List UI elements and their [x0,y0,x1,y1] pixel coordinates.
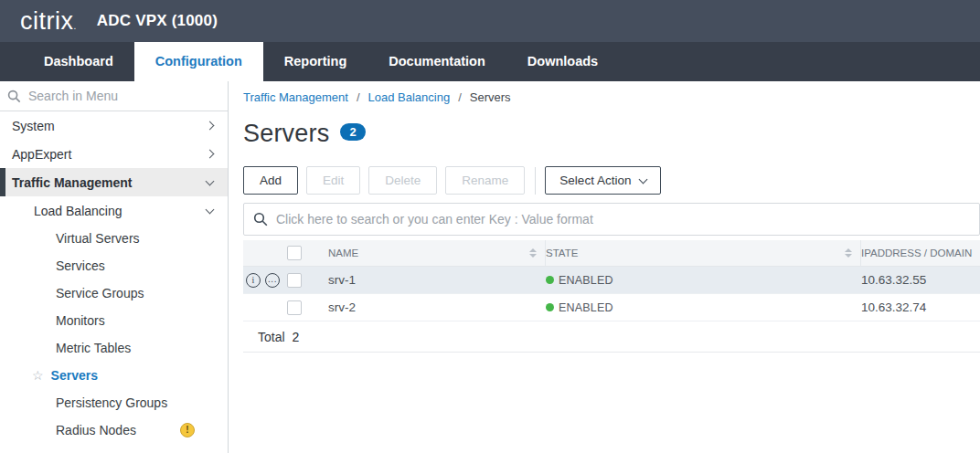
select-action-label: Select Action [559,174,631,187]
sidebar-item-label: System [12,119,207,133]
table-search-input[interactable] [276,212,970,226]
chevron-down-icon [206,205,215,214]
main-content: Traffic Management / Load Balancing / Se… [229,81,980,453]
row-checkbox[interactable] [287,273,302,288]
chevron-right-icon [206,150,215,159]
delete-button[interactable]: Delete [368,166,437,195]
edit-button[interactable]: Edit [306,166,360,195]
page-title: Servers [243,120,329,148]
servers-table: NAME STATE IPADDRESS / DOMAIN i ... [243,240,980,353]
column-label: STATE [546,248,578,258]
enabled-dot-icon [546,276,554,284]
sidebar-item-label: Virtual Servers [56,231,140,246]
sidebar-item-label: Radius Nodes [56,423,136,437]
warning-icon: ! [180,423,195,437]
cell-name: srv-2 [328,294,546,321]
sidebar-item-label: Service Groups [56,286,144,300]
sidebar-item-traffic-management[interactable]: Traffic Management [0,168,228,196]
table-search[interactable] [243,203,980,236]
citrix-logo-text: citrix [20,7,74,35]
search-icon [7,90,21,103]
table-row[interactable]: srv-2 ENABLED 10.63.32.74 [243,294,980,321]
rename-button[interactable]: Rename [445,166,525,195]
title-bar: citrix. ADC VPX (1000) [0,0,980,42]
cell-state: ENABLED [546,294,861,321]
sidebar-item-system[interactable]: System [0,111,228,140]
sidebar-item-label: Load Balancing [34,204,207,218]
tab-documentation[interactable]: Documentation [368,42,506,81]
search-icon [253,212,268,226]
ellipsis-menu-icon[interactable]: ... [265,273,280,288]
select-action-dropdown[interactable]: Select Action [545,166,661,195]
sidebar-item-monitors[interactable]: Monitors [0,307,228,334]
row-actions-cell [243,294,328,321]
breadcrumb-current: Servers [470,90,511,104]
menu-search-input[interactable] [28,89,218,103]
state-label: ENABLED [559,274,613,287]
tab-dashboard[interactable]: Dashboard [23,42,134,81]
sidebar-item-label: Monitors [56,313,105,328]
chevron-down-icon [206,176,215,185]
sidebar-item-load-balancing[interactable]: Load Balancing [0,196,228,225]
appliance-title: ADC VPX (1000) [97,12,218,30]
breadcrumb-traffic-management[interactable]: Traffic Management [243,90,348,104]
tab-downloads[interactable]: Downloads [506,42,619,81]
sidebar-item-virtual-servers[interactable]: Virtual Servers [0,225,228,252]
app-window: citrix. ADC VPX (1000) Dashboard Configu… [0,0,980,453]
total-value: 2 [293,330,300,344]
sidebar-item-label: Persistency Groups [56,395,167,410]
add-button[interactable]: Add [243,166,298,195]
tab-configuration[interactable]: Configuration [134,42,263,81]
total-label: Total [258,330,285,344]
star-icon[interactable]: ☆ [32,368,44,383]
sidebar-item-servers[interactable]: ☆ Servers [0,362,228,389]
column-header-ip[interactable]: IPADDRESS / DOMAIN [861,240,980,266]
sidebar-item-metric-tables[interactable]: Metric Tables [0,334,228,362]
breadcrumb-load-balancing[interactable]: Load Balancing [368,90,451,104]
sidebar-item-label: Metric Tables [56,341,131,355]
row-checkbox[interactable] [287,300,302,315]
header-checkbox-cell [243,240,328,266]
cell-ip: 10.63.32.55 [861,267,980,293]
sidebar-item-label: Servers [51,368,98,383]
config-sidebar: System AppExpert Traffic Management Load… [0,81,229,453]
sidebar-item-label: AppExpert [12,147,207,162]
row-actions-cell: i ... [243,267,328,293]
primary-nav: Dashboard Configuration Reporting Docume… [0,42,980,81]
toolbar: Add Edit Delete Rename Select Action [243,166,980,195]
sidebar-item-services[interactable]: Services [0,252,228,279]
column-header-state[interactable]: STATE [546,240,861,266]
breadcrumb-separator: / [357,90,360,104]
cell-state: ENABLED [546,267,861,293]
sidebar-item-service-groups[interactable]: Service Groups [0,279,228,307]
citrix-logo: citrix. [20,9,77,34]
sidebar-item-persistency-groups[interactable]: Persistency Groups [0,389,228,416]
breadcrumb-separator: / [458,90,462,104]
column-label: NAME [328,248,358,258]
select-all-checkbox[interactable] [287,246,302,260]
record-count-badge: 2 [340,123,365,141]
breadcrumb: Traffic Management / Load Balancing / Se… [243,90,980,104]
chevron-right-icon [206,121,215,131]
sidebar-item-radius-nodes[interactable]: Radius Nodes ! [0,416,228,444]
toolbar-divider [535,167,536,195]
column-header-name[interactable]: NAME [328,240,546,266]
sidebar-item-label: Traffic Management [12,175,207,190]
table-row[interactable]: i ... srv-1 ENABLED 10.63.32.55 [243,267,980,294]
column-label: IPADDRESS / DOMAIN [861,248,972,258]
state-label: ENABLED [559,301,613,314]
sort-icon[interactable] [529,248,537,258]
tab-reporting[interactable]: Reporting [263,42,368,81]
cell-ip: 10.63.32.74 [861,294,980,321]
menu-search[interactable] [0,81,228,111]
citrix-logo-dot: . [74,21,77,31]
table-footer: Total 2 [243,321,980,353]
chevron-down-icon [639,174,648,184]
cell-name: srv-1 [328,267,546,293]
info-icon[interactable]: i [246,273,261,288]
sidebar-item-label: Services [56,258,105,273]
sidebar-item-appexpert[interactable]: AppExpert [0,140,228,168]
enabled-dot-icon [546,303,554,311]
table-header: NAME STATE IPADDRESS / DOMAIN [243,240,980,267]
sort-icon[interactable] [845,248,852,258]
